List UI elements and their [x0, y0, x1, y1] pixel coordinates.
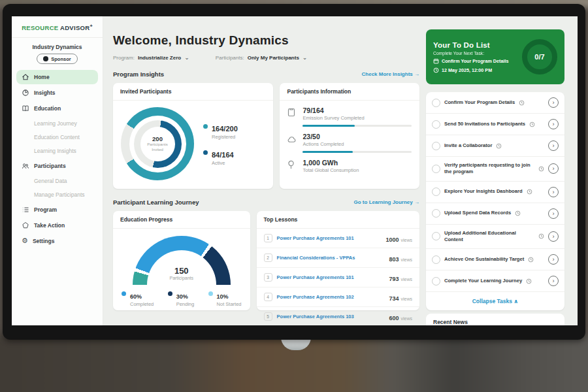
- legend-not-started: 10% Not Started: [208, 289, 242, 307]
- views-label: views: [400, 297, 412, 301]
- sidebar-item-general-data[interactable]: General Data: [16, 174, 98, 188]
- lesson-views: 600: [389, 315, 399, 321]
- clock-icon: [526, 278, 532, 284]
- program-dropdown[interactable]: Program: Industrialize Zero ⌄: [113, 54, 189, 61]
- clock-icon: [528, 257, 534, 263]
- stat-label: Emission Survey Completed: [302, 115, 412, 121]
- lesson-title-link[interactable]: Power Purchase Agreements 101: [277, 274, 385, 280]
- task-checkbox[interactable]: [432, 165, 440, 173]
- education-icon: [22, 105, 29, 112]
- task-row-complete-learning-journey[interactable]: Complete Your Learning Journey ›: [426, 270, 564, 292]
- task-row-upload-spend-data[interactable]: Upload Spend Data Records ›: [426, 203, 564, 225]
- lesson-title-link[interactable]: Power Purchase Agreements 101: [277, 235, 382, 241]
- card-title: Top Lessons: [257, 211, 419, 229]
- task-open-button[interactable]: ›: [548, 187, 559, 197]
- task-open-button[interactable]: ›: [548, 163, 559, 174]
- check-more-insights-link[interactable]: Check More Insights →: [362, 71, 419, 77]
- sidebar-item-learning-insights[interactable]: Learning Insights: [16, 144, 98, 157]
- sidebar-item-take-action[interactable]: Take Action: [16, 218, 98, 233]
- task-row-achieve-target[interactable]: Achieve One Sustainability Target ›: [426, 249, 564, 270]
- participants-icon: [22, 162, 29, 170]
- sidebar-item-insights[interactable]: Insights: [16, 86, 98, 100]
- lesson-rank: 3: [264, 273, 272, 282]
- legend-label: Active: [212, 160, 234, 166]
- task-checkbox[interactable]: [432, 99, 440, 107]
- sidebar-item-learning-journey[interactable]: Learning Journey: [16, 117, 98, 130]
- lightbulb-icon: [287, 159, 297, 173]
- task-row-explore-insights[interactable]: Explore Your Insights Dashboard ›: [426, 182, 564, 203]
- main-content: Welcome, Industry Dynamics Program: Indu…: [103, 16, 426, 325]
- top-lessons-card: Top Lessons 1 Power Purchase Agreements …: [257, 211, 419, 310]
- todo-due-date: 12 May 2025, 12:00 PM: [433, 67, 522, 73]
- go-to-learning-journey-link[interactable]: Go to Learning Journey →: [354, 199, 419, 205]
- sidebar-item-education-content[interactable]: Education Content: [16, 131, 98, 144]
- org-name: Industry Dynamics: [12, 44, 103, 50]
- task-row-send-invitations[interactable]: Send 50 Invitations to Participants ›: [426, 114, 564, 135]
- task-open-button[interactable]: ›: [548, 119, 559, 129]
- donut-center-value: 200: [152, 135, 163, 142]
- sidebar-item-home[interactable]: Home: [16, 70, 98, 84]
- sidebar-item-label: Settings: [33, 238, 55, 244]
- sidebar-item-label: Insights: [34, 90, 56, 96]
- sidebar-item-manage-participants[interactable]: Manage Participants: [16, 188, 98, 201]
- lesson-views: 1000: [385, 237, 399, 243]
- task-checkbox[interactable]: [432, 209, 440, 218]
- recent-news-title: Recent News: [426, 314, 564, 325]
- home-icon: [22, 73, 29, 81]
- gear-icon: ⚙: [22, 237, 28, 244]
- task-open-button[interactable]: ›: [548, 276, 559, 286]
- lesson-title-link[interactable]: Power Purchase Agreements 102: [277, 294, 385, 300]
- task-row-verify-participants[interactable]: Verify participants requesting to join t…: [426, 157, 564, 182]
- legend-label: Pending: [176, 301, 195, 307]
- participants-dropdown[interactable]: Participants: Only My Participants ⌄: [216, 54, 308, 61]
- clock-icon: [527, 189, 532, 195]
- survey-icon: [287, 106, 297, 127]
- logo-plus: +: [90, 24, 92, 28]
- filters-row: Program: Industrialize Zero ⌄ Participan…: [113, 54, 419, 61]
- task-checkbox[interactable]: [432, 277, 440, 286]
- legend-value: 60%: [130, 293, 142, 300]
- clock-icon: [538, 166, 544, 172]
- program-label: Program:: [113, 55, 135, 61]
- sidebar-item-program[interactable]: Program: [16, 203, 98, 217]
- sponsor-icon: [43, 56, 48, 61]
- section-title: Participant Learning Journey: [113, 199, 199, 206]
- sidebar-item-settings[interactable]: ⚙ Settings: [16, 234, 98, 248]
- monitor-bezel: RESOURCE ADVISOR+ Industry Dynamics Spon…: [3, 4, 585, 340]
- task-open-button[interactable]: ›: [548, 140, 559, 151]
- sidebar-item-education[interactable]: Education: [16, 101, 98, 116]
- page-title: Welcome, Industry Dynamics: [113, 33, 419, 48]
- lesson-rank: 5: [264, 312, 272, 321]
- app-logo: RESOURCE ADVISOR+: [12, 16, 103, 38]
- task-open-button[interactable]: ›: [548, 254, 559, 265]
- take-action-icon: [22, 221, 29, 229]
- stat-value: 1,000 GWh: [302, 159, 412, 167]
- task-checkbox[interactable]: [432, 232, 440, 240]
- legend-value: 164/200: [212, 125, 238, 133]
- task-open-button[interactable]: ›: [548, 231, 559, 242]
- task-checkbox[interactable]: [432, 142, 440, 150]
- task-row-upload-educational-content[interactable]: Upload Additional Educational Content ›: [426, 225, 564, 250]
- task-open-button[interactable]: ›: [548, 97, 559, 108]
- task-row-invite-collaborator[interactable]: Invite a Collaborator ›: [426, 135, 564, 157]
- lesson-row: 3 Power Purchase Agreements 101 793views: [257, 268, 419, 287]
- task-checkbox[interactable]: [432, 188, 440, 196]
- program-value: Industrialize Zero: [138, 55, 181, 61]
- lesson-title-link[interactable]: Financial Considerations - VPPAs: [277, 255, 385, 261]
- clock-icon: [433, 67, 439, 73]
- collapse-tasks-link[interactable]: Collapse Tasks ∧: [426, 292, 564, 310]
- task-open-button[interactable]: ›: [548, 208, 559, 219]
- legend-dot: [208, 291, 213, 296]
- lesson-views: 734: [389, 295, 399, 302]
- education-progress-card: Education Progress 150 Participants: [113, 211, 250, 310]
- legend-dot: [203, 124, 208, 129]
- calendar-icon: [433, 58, 439, 64]
- card-title: Education Progress: [113, 211, 250, 229]
- task-checkbox[interactable]: [432, 120, 440, 129]
- task-row-confirm-program[interactable]: Confirm Your Program Details ›: [426, 92, 564, 114]
- sidebar-item-participants[interactable]: Participants: [16, 159, 98, 173]
- task-checkbox[interactable]: [432, 255, 440, 264]
- lesson-title-link[interactable]: Power Purchase Agreements 103: [277, 314, 385, 319]
- sponsor-badge[interactable]: Sponsor: [37, 54, 77, 64]
- lesson-row: 2 Financial Considerations - VPPAs 803vi…: [257, 248, 419, 268]
